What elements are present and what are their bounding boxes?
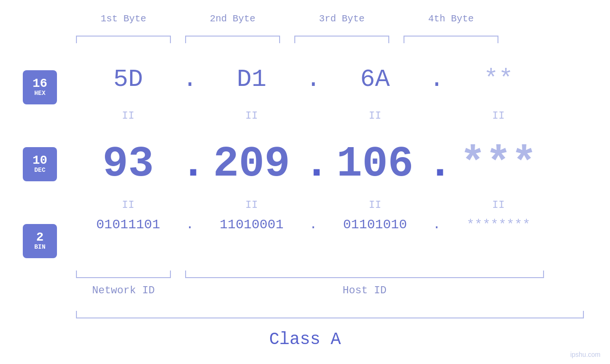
full-bottom-bracket xyxy=(76,311,584,318)
dec-badge-label: DEC xyxy=(34,167,45,174)
hex-dot2: . xyxy=(304,65,323,93)
dec-byte4: *** xyxy=(446,140,551,188)
eq2-byte1: II xyxy=(76,199,180,211)
equals-dec-bin: II II II II xyxy=(76,199,598,211)
hex-badge-number: 16 xyxy=(32,77,47,90)
byte-headers: 1st Byte 2nd Byte 3rd Byte 4th Byte xyxy=(76,13,584,24)
dec-dot3: . xyxy=(427,140,446,188)
hex-byte2: D1 xyxy=(199,65,304,93)
top-bracket-2 xyxy=(185,36,280,43)
equals-hex-dec: II II II II xyxy=(76,110,598,122)
host-id-label: Host ID xyxy=(185,285,544,297)
eq1-byte1: II xyxy=(76,110,180,122)
hex-byte3: 6A xyxy=(323,65,427,93)
hex-dot1: . xyxy=(180,65,199,93)
bin-badge-label: BIN xyxy=(34,243,45,251)
eq2-byte2: II xyxy=(199,199,304,211)
hex-byte4: ** xyxy=(446,65,551,93)
byte1-header: 1st Byte xyxy=(76,13,171,24)
bin-byte4: ******** xyxy=(446,217,551,232)
top-bracket-4 xyxy=(404,36,498,43)
eq1-byte2: II xyxy=(199,110,304,122)
main-content: 16 HEX 10 DEC 2 BIN 1st Byte 2nd Byte 3r… xyxy=(0,0,610,364)
eq1-byte4: II xyxy=(446,110,551,122)
hex-row: 5D . D1 . 6A . ** xyxy=(76,65,598,93)
bin-dot2: . xyxy=(304,217,323,232)
eq2-byte4: II xyxy=(446,199,551,211)
dec-byte2: 209 xyxy=(199,140,304,188)
eq1-byte3: II xyxy=(323,110,427,122)
bin-byte1: 01011101 xyxy=(76,217,180,232)
byte4-header: 4th Byte xyxy=(404,13,498,24)
top-bracket-1 xyxy=(76,36,171,43)
dec-byte3: 106 xyxy=(323,140,427,188)
dec-badge-number: 10 xyxy=(32,154,47,167)
bin-byte2: 11010001 xyxy=(199,217,304,232)
bin-dot3: . xyxy=(427,217,446,232)
dec-byte1: 93 xyxy=(76,140,180,188)
hex-badge-label: HEX xyxy=(34,90,45,97)
dec-dot2: . xyxy=(304,140,323,188)
byte2-header: 2nd Byte xyxy=(185,13,280,24)
bottom-bracket-host xyxy=(185,271,544,278)
bin-dot1: . xyxy=(180,217,199,232)
network-id-label: Network ID xyxy=(76,285,171,297)
top-brackets xyxy=(76,36,584,43)
bin-badge: 2 BIN xyxy=(23,224,57,258)
dec-badge: 10 DEC xyxy=(23,147,57,181)
hex-byte1: 5D xyxy=(76,65,180,93)
byte3-header: 3rd Byte xyxy=(294,13,389,24)
bin-badge-number: 2 xyxy=(36,231,44,243)
dec-row: 93 . 209 . 106 . *** xyxy=(76,140,598,188)
watermark: ipshu.com xyxy=(570,351,601,358)
hex-badge: 16 HEX xyxy=(23,70,57,104)
eq2-byte3: II xyxy=(323,199,427,211)
top-bracket-3 xyxy=(294,36,389,43)
bin-row: 01011101 . 11010001 . 01101010 . *******… xyxy=(76,217,598,232)
class-label: Class A xyxy=(0,330,610,349)
id-labels: Network ID Host ID xyxy=(76,285,584,297)
bin-byte3: 01101010 xyxy=(323,217,427,232)
dec-dot1: . xyxy=(180,140,199,188)
bottom-brackets xyxy=(76,271,584,278)
bottom-bracket-network xyxy=(76,271,171,278)
hex-dot3: . xyxy=(427,65,446,93)
